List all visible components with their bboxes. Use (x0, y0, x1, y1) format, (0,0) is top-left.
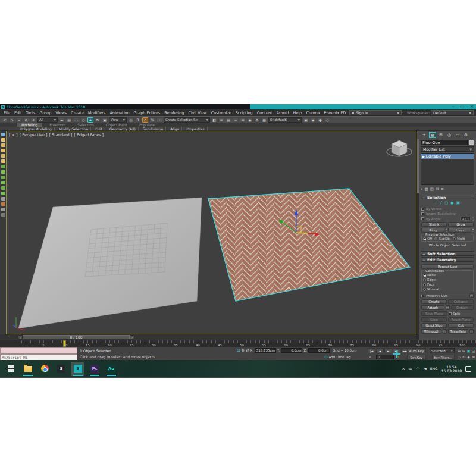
render-preset-select[interactable]: 0 (default)▼ (268, 117, 302, 123)
rectangular-selection-region-icon[interactable]: ▭ (73, 117, 79, 123)
select-and-link-icon[interactable]: ∞ (16, 117, 22, 123)
maximize-button[interactable]: □ (461, 104, 465, 109)
left-toolbar-icon[interactable] (1, 186, 5, 190)
left-toolbar-icon[interactable] (1, 154, 5, 158)
spinner-arrows[interactable]: ▴▾ (472, 217, 474, 221)
ribbon-subtab[interactable]: Edit (93, 127, 105, 131)
start-button[interactable] (5, 362, 18, 376)
create-tab[interactable]: + (421, 132, 428, 138)
left-toolbar-icon[interactable] (1, 138, 5, 142)
y-coordinate-field[interactable]: 0,0cm (281, 348, 302, 353)
menu-item[interactable]: Content (257, 111, 273, 115)
left-toolbar-icon[interactable] (1, 133, 5, 136)
menu-item[interactable]: Corona (306, 111, 320, 115)
spinner-snap-icon[interactable]: ± (156, 117, 162, 123)
menu-item[interactable]: Civil View (188, 111, 206, 115)
by-angle-checkbox[interactable] (421, 217, 424, 220)
tessellate-button[interactable]: Tessellate (448, 329, 468, 334)
previous-frame-icon[interactable]: ◄ (376, 348, 384, 353)
key-filters-button[interactable]: Key Filters... (432, 355, 455, 360)
x-coordinate-field[interactable]: 318,735cm (255, 348, 276, 353)
align-icon[interactable]: ≡ (218, 117, 224, 123)
zoom-region-icon[interactable]: ◱ (471, 348, 475, 353)
selection-lock-icon[interactable]: ⊗ (241, 348, 244, 353)
left-toolbar-icon[interactable] (1, 176, 5, 179)
menu-item[interactable]: Phoenix FD (324, 111, 346, 115)
render-iterative-icon[interactable]: ◇ (324, 117, 330, 123)
ribbon-subtab[interactable]: Properties (184, 127, 207, 131)
time-slider-handle[interactable]: 0 / 100 (23, 335, 130, 339)
tray-chevron-icon[interactable]: ∧ (402, 367, 405, 371)
loop-button[interactable]: Loop (448, 228, 471, 233)
material-editor-icon[interactable]: ◉ (247, 117, 253, 123)
ribbon-subtab[interactable]: Align (168, 127, 182, 131)
show-end-result-icon[interactable]: ▥ (425, 187, 428, 192)
clock[interactable]: 10:54 15.03.2018 (441, 365, 462, 373)
pin-stack-icon[interactable]: ⌖ (421, 187, 423, 192)
soft-selection-rollout-header[interactable]: +Soft Selection (421, 251, 474, 256)
3ds-max-icon[interactable]: 3 (71, 362, 84, 376)
multi-radio[interactable]: Multi (453, 237, 465, 240)
menu-item[interactable]: Customize (211, 111, 231, 115)
menu-item[interactable]: Rendering (164, 111, 184, 115)
left-toolbar-icon[interactable] (1, 165, 5, 168)
photoshop-icon[interactable]: Ps (88, 362, 101, 376)
viewport-menu-style[interactable]: [ Standard ] (49, 133, 73, 137)
modify-tab[interactable]: ▧ (429, 132, 436, 138)
make-unique-icon[interactable]: ◫ (430, 187, 434, 192)
chrome-icon[interactable] (38, 362, 51, 376)
ring-button[interactable]: Ring (421, 228, 444, 233)
by-angle-value-field[interactable]: 45,0 (460, 217, 471, 221)
configure-modifier-sets-icon[interactable]: ≣ (440, 187, 443, 192)
add-time-tag[interactable]: ⊙ Add Time Tag (324, 355, 350, 359)
display-tab[interactable]: ▭ (454, 132, 461, 138)
action-center-icon[interactable] (465, 366, 471, 372)
go-to-start-icon[interactable]: |◄ (368, 348, 375, 353)
select-by-name-icon[interactable]: ▤ (66, 117, 72, 123)
quickslice-button[interactable]: QuickSlice (421, 323, 447, 328)
selection-rollout-header[interactable]: −Selection (421, 195, 474, 199)
preserve-uvs-settings-button[interactable]: □ (469, 293, 474, 298)
language-indicator[interactable]: ENG (430, 367, 438, 371)
expand-arrow-icon[interactable]: ▶ (422, 155, 425, 158)
isolate-icon[interactable]: ◈ (310, 117, 316, 123)
unlink-selection-icon[interactable]: ⊘ (23, 117, 29, 123)
viewport-menu-shading[interactable]: [ Edged Faces ] (74, 133, 104, 137)
tessellate-settings-button[interactable]: □ (469, 329, 474, 334)
undo-icon[interactable]: ↶ (2, 117, 8, 123)
zoom-extents-icon[interactable]: ▣ (466, 348, 471, 353)
field-of-view-icon[interactable]: ◈ (466, 354, 471, 359)
reset-plane-button[interactable]: Reset Plane (448, 317, 474, 322)
remove-modifier-icon[interactable]: ⊟ (436, 187, 439, 192)
ribbon-subtab[interactable]: Subdivision (140, 127, 166, 131)
percent-snap-icon[interactable]: % (149, 117, 155, 123)
panel-scrollbar[interactable] (417, 139, 419, 340)
select-and-rotate-icon[interactable]: ↻ (95, 117, 101, 123)
left-toolbar-icon[interactable] (1, 181, 5, 184)
set-key-button[interactable]: Set Key (407, 355, 426, 360)
object-name-field[interactable]: FloorGen (421, 140, 468, 145)
split-checkbox[interactable] (449, 312, 452, 315)
ribbon-subtab[interactable]: Geometry (All) (107, 127, 139, 131)
left-toolbar-icon[interactable] (1, 170, 5, 174)
normal-radio[interactable]: Normal (423, 287, 447, 291)
menu-item[interactable]: Help (293, 111, 302, 115)
left-toolbar-icon[interactable] (1, 202, 5, 206)
render-production-icon[interactable]: ◕ (317, 117, 323, 123)
msmooth-settings-button[interactable]: □ (443, 329, 447, 334)
utilities-tab[interactable]: ⚙ (462, 132, 469, 138)
border-icon[interactable]: ▢ (444, 201, 448, 205)
auto-key-button[interactable]: Auto Key (407, 348, 426, 353)
menu-item[interactable]: Edit (14, 111, 22, 115)
previous-frame-arrow[interactable]: ‹ (18, 335, 23, 339)
msmooth-button[interactable]: MSmooth (421, 329, 441, 334)
repeat-last-button[interactable]: Repeat Last (421, 264, 474, 269)
menu-item[interactable]: File (4, 111, 10, 115)
create-button[interactable]: Create (421, 299, 447, 304)
edit-geometry-rollout-header[interactable]: −Edit Geometry (421, 257, 474, 262)
left-toolbar-icon[interactable] (1, 197, 5, 201)
ribbon-subtab[interactable]: Polygon Modeling (18, 127, 55, 131)
cut-button[interactable]: Cut (448, 323, 474, 328)
motion-tab[interactable]: ◎ (446, 132, 453, 138)
left-toolbar-icon[interactable] (1, 159, 5, 163)
